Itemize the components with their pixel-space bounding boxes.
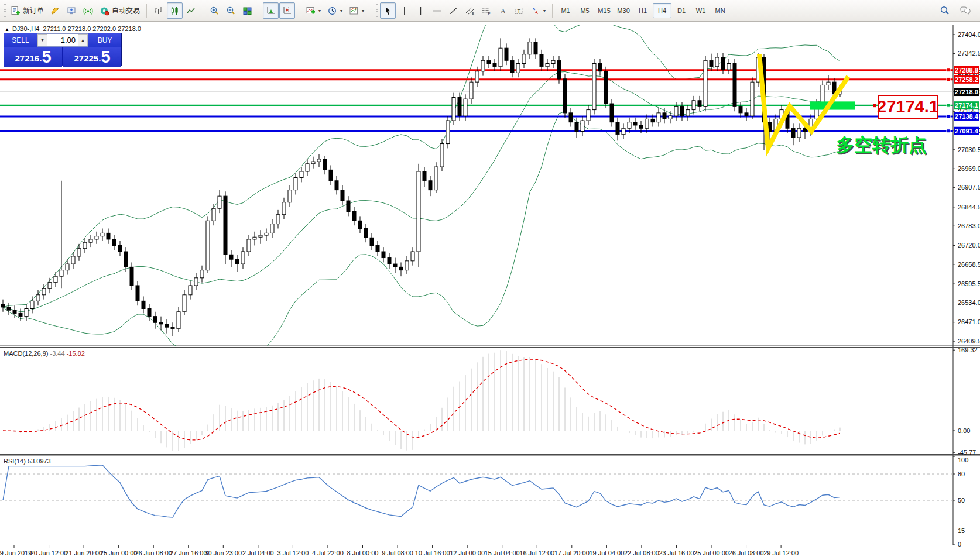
svg-text:27030.5: 27030.5 — [958, 146, 980, 153]
bar-chart-button[interactable] — [150, 2, 166, 19]
chevron-down-icon[interactable]: ▾ — [340, 8, 342, 13]
favorites-button[interactable] — [47, 2, 63, 19]
toolbar: 新订单自动交易▾▾▾EFAT▾M1M5M15M30H1H4D1W1MN — [0, 0, 980, 22]
macd-name: MACD(12,26,9) — [4, 350, 48, 357]
toolbar-separator — [259, 4, 259, 18]
toolbar-separator — [203, 4, 203, 18]
svg-text:25 Jun 00:00: 25 Jun 00:00 — [100, 549, 138, 556]
channel-icon: E — [465, 6, 475, 16]
vline-icon — [416, 6, 426, 16]
zoom-in-button[interactable] — [207, 2, 222, 19]
macd-signal-value: -15.82 — [67, 350, 85, 357]
candle-chart-button[interactable] — [167, 2, 183, 19]
callout-anchor-marker — [873, 104, 876, 107]
channel-button[interactable]: E — [462, 2, 478, 19]
cursor-button[interactable] — [380, 2, 396, 19]
templates-button[interactable]: ▾ — [346, 2, 367, 19]
svg-text:8 Jul 00:00: 8 Jul 00:00 — [347, 549, 379, 556]
timeframe-w1[interactable]: W1 — [691, 3, 710, 18]
hline-button[interactable] — [429, 2, 445, 19]
price-callout-box[interactable]: 27174.1 — [878, 95, 938, 119]
tile-windows-icon — [242, 6, 252, 16]
text-button[interactable]: A — [495, 2, 510, 19]
svg-text:19 Jul 04:00: 19 Jul 04:00 — [589, 549, 624, 556]
svg-text:30 Jun 23:00: 30 Jun 23:00 — [204, 549, 242, 556]
chevron-down-icon[interactable]: ▾ — [543, 8, 546, 13]
timeframe-d1[interactable]: D1 — [672, 3, 691, 18]
sell-button[interactable]: SELL — [4, 33, 37, 47]
svg-text:26969.0: 26969.0 — [958, 165, 980, 172]
price-badge: 27174.1 — [954, 101, 979, 109]
fibonacci-icon: F — [481, 6, 491, 16]
crosshair-icon — [399, 6, 409, 16]
buy-price-display[interactable]: 27225.5 — [63, 47, 121, 67]
svg-text:26534.0: 26534.0 — [958, 299, 980, 306]
label-button[interactable]: T — [511, 2, 527, 19]
sell-price-big: 5 — [42, 49, 51, 66]
volume-input[interactable]: 1.00 — [47, 34, 78, 46]
time-axis[interactable]: 19 Jun 201920 Jun 12:0021 Jun 20:0025 Ju… — [0, 545, 799, 556]
autotrade-button[interactable]: 自动交易 — [97, 2, 143, 19]
svg-text:25 Jul 00:00: 25 Jul 00:00 — [694, 549, 729, 556]
volume-down-button[interactable]: ▼ — [37, 34, 47, 46]
vline-button[interactable] — [413, 2, 429, 19]
svg-text:2 Jul 04:00: 2 Jul 04:00 — [242, 549, 274, 556]
volume-up-button[interactable]: ▲ — [78, 34, 88, 46]
timeframe-m30[interactable]: M30 — [614, 3, 633, 18]
collapse-panel-icon[interactable]: ▲ — [5, 27, 9, 32]
line-chart-button[interactable] — [183, 2, 199, 19]
chevron-down-icon[interactable]: ▾ — [318, 8, 321, 13]
rsi-value: 53.0973 — [28, 458, 51, 465]
price-badge: 27218.0 — [954, 88, 979, 96]
buy-button[interactable]: BUY — [88, 33, 121, 47]
svg-text:169.32: 169.32 — [958, 346, 978, 353]
timeframe-m5[interactable]: M5 — [575, 3, 594, 18]
volume-stepper: ▼ 1.00 ▲ — [37, 33, 88, 47]
svg-text:26 Jul 08:00: 26 Jul 08:00 — [729, 549, 764, 556]
tile-windows-button[interactable] — [239, 2, 255, 19]
macd-hist-value: -3.44 — [50, 350, 64, 357]
chevron-down-icon[interactable]: ▾ — [362, 8, 364, 13]
chart-shift-button[interactable] — [279, 2, 295, 19]
svg-text:27218.0: 27218.0 — [955, 88, 978, 95]
timeframe-h1[interactable]: H1 — [633, 3, 652, 18]
search-button[interactable] — [937, 2, 953, 19]
signals-button[interactable] — [80, 2, 96, 19]
new-order-button[interactable]: 新订单 — [8, 2, 47, 19]
timeframe-mn[interactable]: MN — [711, 3, 729, 18]
svg-text:27288.8: 27288.8 — [955, 67, 978, 74]
button-label: 新订单 — [23, 6, 44, 16]
cn-annotation-text[interactable]: 多空转折点 — [836, 133, 927, 157]
bar-chart-icon — [153, 6, 163, 16]
timeframe-h4[interactable]: H4 — [653, 3, 671, 18]
periods-button[interactable]: ▾ — [324, 2, 345, 19]
line-chart-icon — [186, 6, 196, 16]
trendline-icon — [448, 6, 458, 16]
arrows-button[interactable]: ▾ — [527, 2, 549, 19]
autotrade-icon — [100, 6, 109, 16]
templates-icon — [349, 6, 359, 16]
price-axis[interactable]: 27404.027342.527279.527218.027155.027093… — [953, 31, 980, 548]
crosshair-button[interactable] — [396, 2, 412, 19]
svg-text:27174.1: 27174.1 — [955, 102, 978, 109]
zoom-out-button[interactable] — [223, 2, 239, 19]
profile-icon — [67, 6, 77, 16]
svg-text:27091.4: 27091.4 — [955, 128, 979, 135]
timeframe-m15[interactable]: M15 — [595, 3, 614, 18]
svg-text:19 Jun 2019: 19 Jun 2019 — [0, 549, 32, 556]
svg-text:3 Jul 12:00: 3 Jul 12:00 — [277, 549, 309, 556]
svg-text:15: 15 — [958, 527, 965, 534]
chart-window[interactable]: 27404.027342.527279.527218.027155.027093… — [0, 22, 980, 560]
chat-button[interactable] — [957, 2, 974, 19]
trendline-button[interactable] — [446, 2, 461, 19]
fibonacci-button[interactable]: F — [478, 2, 494, 19]
svg-text:15 Jul 04:00: 15 Jul 04:00 — [485, 549, 520, 556]
price-chart-canvas[interactable]: 27404.027342.527279.527218.027155.027093… — [0, 22, 980, 560]
timeframe-m1[interactable]: M1 — [556, 3, 575, 18]
indicators-button[interactable]: ▾ — [303, 2, 324, 19]
bollinger-bands — [3, 22, 840, 359]
auto-scroll-button[interactable] — [263, 2, 279, 19]
cursor-icon — [383, 6, 393, 16]
profile-button[interactable] — [64, 2, 80, 19]
sell-price-display[interactable]: 27216.5 — [4, 47, 62, 67]
